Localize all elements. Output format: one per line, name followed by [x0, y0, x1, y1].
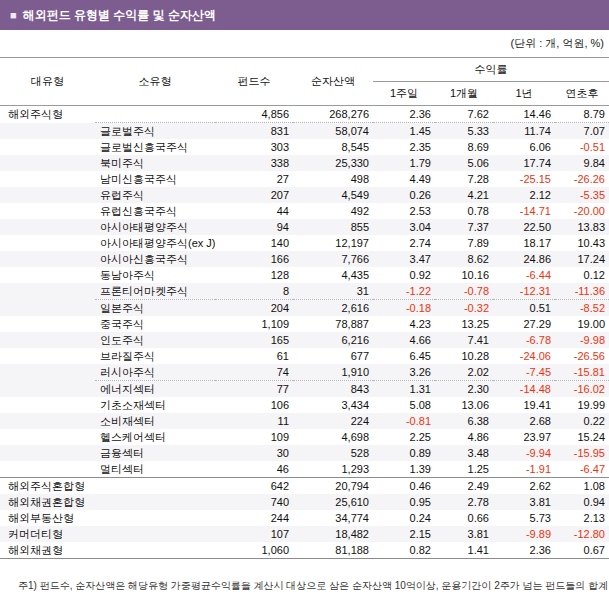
cell-return-ytd: 8.79 — [555, 106, 609, 123]
cell-return-ytd: 9.84 — [555, 155, 609, 171]
cell-net-assets: 4,549 — [293, 187, 373, 203]
cell-minor-type: 러시아주식 — [95, 364, 215, 381]
cell-fund-count: 303 — [215, 139, 293, 155]
cell-return-1y: 19.41 — [493, 397, 555, 413]
cell-net-assets: 843 — [293, 381, 373, 398]
cell-net-assets: 492 — [293, 203, 373, 219]
cell-net-assets: 677 — [293, 348, 373, 364]
table-row: 중국주식1,10978,8874.2313.2527.2919.00 — [0, 316, 609, 332]
cell-major-type — [0, 139, 95, 155]
cell-return-1w: 1.39 — [373, 461, 435, 478]
cell-return-1w: 5.08 — [373, 397, 435, 413]
cell-return-1y: -6.78 — [493, 332, 555, 348]
cell-major-type: 해외채권형 — [0, 542, 95, 559]
table-row: 아시아태평양주식(ex J)14012,1972.747.8918.1710.4… — [0, 235, 609, 251]
cell-major-type — [0, 429, 95, 445]
table-row: 금융섹터305280.893.48-9.94-15.95 — [0, 445, 609, 461]
cell-return-1w: 2.36 — [373, 106, 435, 123]
cell-return-1m: 4.21 — [435, 187, 493, 203]
cell-fund-count: 30 — [215, 445, 293, 461]
cell-return-1w: 0.92 — [373, 267, 435, 283]
cell-major-type — [0, 187, 95, 203]
cell-return-1y: 27.29 — [493, 316, 555, 332]
cell-minor-type — [95, 494, 215, 510]
cell-return-1y: -7.45 — [493, 364, 555, 381]
cell-fund-count: 1,109 — [215, 316, 293, 332]
header-net-assets: 순자산액 — [293, 58, 373, 106]
cell-minor-type: 남미신흥국주식 — [95, 171, 215, 187]
cell-return-1w: 0.46 — [373, 478, 435, 495]
cell-return-1w: 4.23 — [373, 316, 435, 332]
cell-return-1m: 2.02 — [435, 364, 493, 381]
cell-return-1w: 4.49 — [373, 171, 435, 187]
cell-return-1w: 2.15 — [373, 526, 435, 542]
cell-major-type: 해외주식형 — [0, 106, 95, 123]
cell-major-type — [0, 171, 95, 187]
cell-return-1m: 7.28 — [435, 171, 493, 187]
square-bullet-icon: ■ — [10, 9, 17, 21]
table-row: 글로벌신흥국주식3038,5452.358.696.06-0.51 — [0, 139, 609, 155]
cell-minor-type: 에너지섹터 — [95, 381, 215, 398]
cell-minor-type: 글로벌주식 — [95, 123, 215, 140]
cell-return-1w: 2.25 — [373, 429, 435, 445]
cell-return-1m: 10.28 — [435, 348, 493, 364]
cell-major-type — [0, 283, 95, 300]
cell-fund-count: 140 — [215, 235, 293, 251]
cell-return-1y: -6.44 — [493, 267, 555, 283]
cell-minor-type: 중국주식 — [95, 316, 215, 332]
cell-major-type — [0, 445, 95, 461]
cell-return-1m: 7.62 — [435, 106, 493, 123]
cell-net-assets: 3,434 — [293, 397, 373, 413]
cell-return-1w: 3.26 — [373, 364, 435, 381]
table-row: 유럽주식2074,5490.264.212.12-5.35 — [0, 187, 609, 203]
header-return-ytd: 연초후 — [555, 82, 609, 106]
cell-return-1y: -1.91 — [493, 461, 555, 478]
cell-net-assets: 18,482 — [293, 526, 373, 542]
table-row: 해외채권형1,06081,1880.821.412.360.67 — [0, 542, 609, 559]
cell-fund-count: 109 — [215, 429, 293, 445]
cell-return-1y: 11.74 — [493, 123, 555, 140]
cell-return-1y: -24.06 — [493, 348, 555, 364]
cell-return-1w: 4.66 — [373, 332, 435, 348]
header-fund-count: 펀드수 — [215, 58, 293, 106]
cell-minor-type: 글로벌신흥국주식 — [95, 139, 215, 155]
cell-net-assets: 498 — [293, 171, 373, 187]
cell-fund-count: 94 — [215, 219, 293, 235]
cell-return-ytd: 0.22 — [555, 413, 609, 429]
cell-return-ytd: 17.24 — [555, 251, 609, 267]
cell-major-type — [0, 381, 95, 398]
table-body: 해외주식형4,856268,2762.367.6214.468.79글로벌주식8… — [0, 106, 609, 559]
table-row: 소비재섹터11224-0.816.382.680.22 — [0, 413, 609, 429]
cell-return-1m: 0.66 — [435, 510, 493, 526]
header-returns-group: 수익률 — [373, 58, 609, 82]
cell-net-assets: 1,293 — [293, 461, 373, 478]
cell-return-1w: 2.35 — [373, 139, 435, 155]
cell-return-1y: 3.81 — [493, 494, 555, 510]
cell-fund-count: 44 — [215, 203, 293, 219]
cell-major-type — [0, 155, 95, 171]
cell-return-ytd: -20.00 — [555, 203, 609, 219]
cell-major-type — [0, 413, 95, 429]
cell-return-ytd: 0.94 — [555, 494, 609, 510]
cell-minor-type — [95, 106, 215, 123]
cell-net-assets: 6,216 — [293, 332, 373, 348]
cell-fund-count: 74 — [215, 364, 293, 381]
cell-return-1w: 2.53 — [373, 203, 435, 219]
cell-net-assets: 78,887 — [293, 316, 373, 332]
cell-fund-count: 831 — [215, 123, 293, 140]
cell-return-ytd: -26.26 — [555, 171, 609, 187]
table-header-row: 대유형 소유형 펀드수 순자산액 수익률 — [0, 58, 609, 82]
cell-return-1m: -0.32 — [435, 300, 493, 317]
cell-net-assets: 12,197 — [293, 235, 373, 251]
cell-return-1m: 2.30 — [435, 381, 493, 398]
cell-return-1m: 6.38 — [435, 413, 493, 429]
cell-minor-type: 금융섹터 — [95, 445, 215, 461]
cell-net-assets: 8,545 — [293, 139, 373, 155]
cell-net-assets: 855 — [293, 219, 373, 235]
cell-minor-type: 유럽주식 — [95, 187, 215, 203]
cell-minor-type: 헬스케어섹터 — [95, 429, 215, 445]
cell-return-1w: 0.82 — [373, 542, 435, 559]
cell-fund-count: 204 — [215, 300, 293, 317]
cell-fund-count: 740 — [215, 494, 293, 510]
page-title: 해외펀드 유형별 수익률 및 순자산액 — [23, 8, 216, 22]
